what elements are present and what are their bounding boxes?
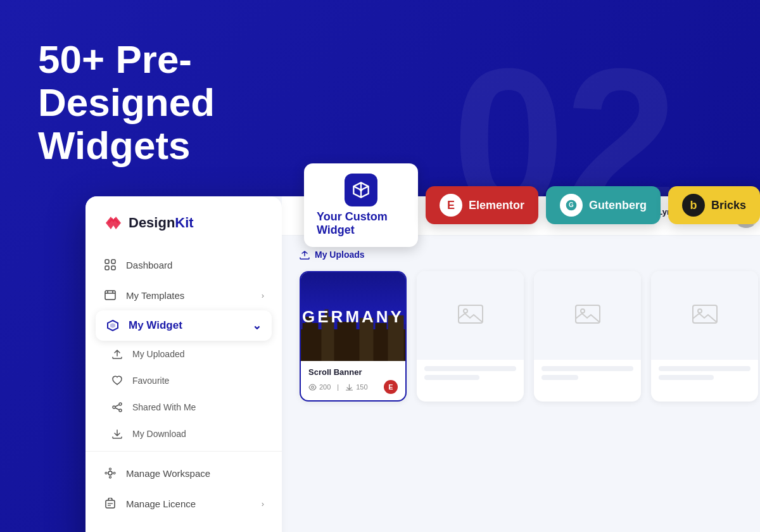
templates-icon (103, 288, 117, 302)
favourite-label: Favourite (132, 376, 169, 386)
svg-rect-39 (376, 323, 387, 361)
download-icon (111, 428, 124, 440)
widget-chevron: ⌄ (252, 319, 262, 332)
content-area: My Uploads (282, 236, 760, 532)
plugin-tabs-row: Your Custom Widget E Elementor G Gutenbe… (304, 163, 760, 247)
placeholder-line-2a (542, 366, 633, 371)
uploads-section-label: My Uploads (300, 250, 758, 260)
uploads-icon (300, 250, 310, 260)
heart-icon (111, 374, 124, 387)
widget-card-placeholder-2[interactable] (534, 271, 641, 402)
svg-rect-4 (111, 260, 115, 263)
tab-bricks[interactable]: b Bricks (668, 186, 760, 224)
widget-thumb-placeholder-1 (417, 271, 524, 360)
widget-card-scroll-banner[interactable]: GERMANY Scroll Banner 200 | (300, 271, 407, 402)
sidebar-item-manage-licence[interactable]: Manage Licence › (86, 488, 282, 519)
placeholder-lines-3 (651, 360, 758, 390)
svg-point-19 (110, 468, 111, 470)
widget-thumb-placeholder-3 (651, 271, 758, 360)
shared-with-me-label: Shared With Me (132, 402, 196, 412)
widget-thumb-placeholder-2 (534, 271, 641, 360)
svg-rect-48 (693, 305, 717, 323)
svg-rect-6 (111, 266, 115, 270)
sidebar-item-favourite[interactable]: Favourite (86, 367, 282, 394)
sidebar-item-my-download[interactable]: My Download (86, 421, 282, 447)
divider-meta: | (337, 383, 339, 391)
tab-elementor[interactable]: E Elementor (426, 186, 538, 224)
sidebar-item-manage-workspace[interactable]: Manage Workspace (86, 458, 282, 488)
dashboard-icon (103, 258, 117, 272)
germany-text: GERMANY (302, 307, 404, 327)
svg-point-0 (360, 189, 363, 192)
templates-arrow: › (262, 291, 264, 300)
placeholder-line-2b (542, 375, 578, 380)
widget-grid: GERMANY Scroll Banner 200 | (300, 271, 758, 402)
placeholder-lines-1 (417, 360, 524, 390)
svg-point-15 (119, 409, 122, 412)
svg-point-13 (119, 403, 122, 405)
widget-card-placeholder-3[interactable] (651, 271, 758, 402)
dashboard-label: Dashboard (126, 260, 172, 270)
placeholder-line-1a (424, 366, 516, 371)
elementor-icon: E (440, 194, 462, 217)
bricks-icon: b (682, 194, 705, 217)
bricks-label: Bricks (711, 199, 746, 212)
widget-thumbnail-germany: GERMANY (301, 272, 405, 361)
svg-rect-37 (338, 322, 357, 361)
svg-rect-44 (459, 305, 483, 323)
widget-icon (106, 319, 120, 332)
sidebar-item-my-templates[interactable]: My Templates › (86, 280, 282, 310)
svg-rect-7 (105, 291, 115, 300)
views-count: 200 (308, 383, 331, 391)
manage-licence-label: Manage Licence (126, 498, 196, 509)
svg-rect-42 (301, 272, 405, 310)
manage-workspace-label: Manage Workspace (126, 468, 210, 479)
hero-title: 50+ Pre-Designed Widgets (38, 38, 367, 168)
widget-meta-scroll-banner: 200 | 150 E (308, 380, 398, 394)
widget-card-body-germany: Scroll Banner 200 | 150 E (301, 361, 405, 400)
my-uploaded-label: My Uploaded (132, 349, 185, 359)
upload-icon (111, 348, 124, 360)
svg-line-16 (115, 405, 119, 407)
widget-name-scroll-banner: Scroll Banner (308, 367, 398, 377)
elementor-label: Elementor (469, 199, 524, 212)
my-templates-label: My Templates (126, 290, 184, 301)
sidebar-item-dashboard[interactable]: Dashboard (86, 250, 282, 280)
placeholder-line-3b (659, 375, 714, 380)
svg-rect-23 (106, 500, 115, 508)
svg-rect-41 (405, 324, 406, 361)
svg-text:G: G (569, 201, 574, 208)
svg-point-18 (108, 471, 112, 475)
svg-point-43 (312, 386, 314, 388)
custom-widget-icon (345, 174, 377, 206)
licence-arrow: › (262, 499, 264, 509)
placeholder-line-3a (659, 366, 750, 371)
svg-rect-31 (301, 320, 301, 361)
sidebar-item-my-widget[interactable]: My Widget ⌄ (96, 310, 272, 341)
tab-gutenberg[interactable]: G Gutenberg (546, 186, 661, 224)
svg-point-49 (698, 309, 702, 313)
sidebar: DesignKit Dashboard (86, 196, 282, 532)
svg-point-21 (105, 472, 107, 474)
logo-icon (103, 214, 124, 232)
gutenberg-icon: G (560, 194, 583, 217)
svg-point-22 (113, 472, 115, 474)
licence-icon (103, 497, 117, 510)
svg-point-47 (581, 309, 585, 313)
logo-area: DesignKit (86, 214, 282, 250)
svg-marker-12 (110, 323, 115, 328)
custom-widget-label: Your Custom Widget (317, 210, 405, 237)
widget-card-placeholder-1[interactable] (417, 271, 524, 402)
logo-text: DesignKit (129, 215, 194, 231)
svg-rect-3 (105, 260, 109, 263)
svg-point-20 (110, 476, 111, 478)
sidebar-item-my-uploaded[interactable]: My Uploaded (86, 341, 282, 367)
my-widget-label: My Widget (129, 319, 182, 332)
nav-divider (86, 451, 282, 452)
svg-rect-46 (576, 305, 600, 323)
placeholder-line-1b (424, 375, 479, 380)
tab-custom-widget[interactable]: Your Custom Widget (304, 163, 418, 247)
downloads-count: 150 (345, 383, 367, 391)
my-download-label: My Download (132, 429, 186, 439)
sidebar-item-shared-with-me[interactable]: Shared With Me (86, 394, 282, 421)
